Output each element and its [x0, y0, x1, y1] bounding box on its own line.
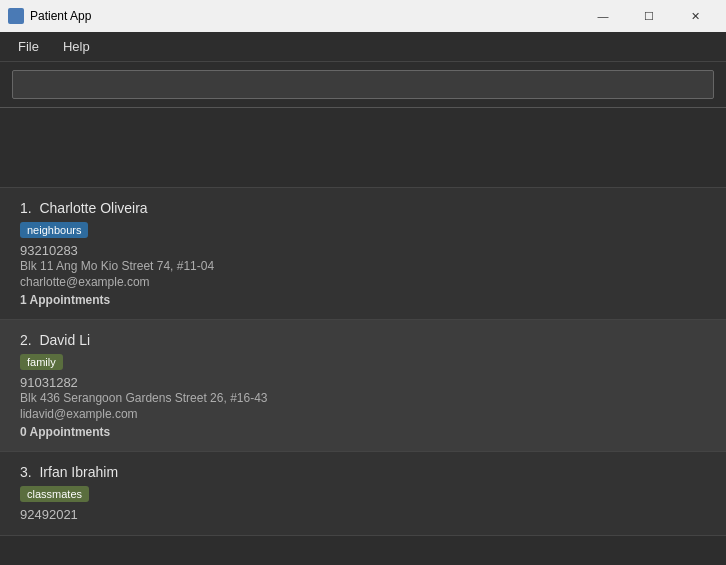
patient-tag-3: classmates [20, 486, 89, 502]
patient-card-3[interactable]: 3. Irfan Ibrahim classmates 92492021 [0, 452, 726, 536]
patient-card-1[interactable]: 1. Charlotte Oliveira neighbours 9321028… [0, 188, 726, 320]
app-title: Patient App [30, 9, 574, 23]
patient-appointments-2: 0 Appointments [20, 425, 710, 439]
patient-list: 1. Charlotte Oliveira neighbours 9321028… [0, 188, 726, 565]
file-menu[interactable]: File [8, 35, 49, 58]
patient-card-2[interactable]: 2. David Li family 91031282 Blk 436 Sera… [0, 320, 726, 452]
maximize-button[interactable]: ☐ [626, 0, 672, 32]
patient-email-1: charlotte@example.com [20, 275, 710, 289]
menu-bar: File Help [0, 32, 726, 62]
close-button[interactable]: ✕ [672, 0, 718, 32]
patient-address-2: Blk 436 Serangoon Gardens Street 26, #16… [20, 391, 710, 405]
search-input[interactable] [12, 70, 714, 99]
patient-tag-2: family [20, 354, 63, 370]
patient-tag-1: neighbours [20, 222, 88, 238]
patient-phone-2: 91031282 [20, 375, 710, 390]
patient-email-2: lidavid@example.com [20, 407, 710, 421]
patient-name-1: 1. Charlotte Oliveira [20, 200, 710, 216]
window-controls: — ☐ ✕ [580, 0, 718, 32]
patient-phone-1: 93210283 [20, 243, 710, 258]
help-menu[interactable]: Help [53, 35, 100, 58]
patient-name-2: 2. David Li [20, 332, 710, 348]
title-bar: Patient App — ☐ ✕ [0, 0, 726, 32]
search-area [0, 62, 726, 108]
minimize-button[interactable]: — [580, 0, 626, 32]
patient-appointments-1: 1 Appointments [20, 293, 710, 307]
patient-address-1: Blk 11 Ang Mo Kio Street 74, #11-04 [20, 259, 710, 273]
patient-name-3: 3. Irfan Ibrahim [20, 464, 710, 480]
app-icon [8, 8, 24, 24]
patient-phone-3: 92492021 [20, 507, 710, 522]
content-area [0, 108, 726, 188]
